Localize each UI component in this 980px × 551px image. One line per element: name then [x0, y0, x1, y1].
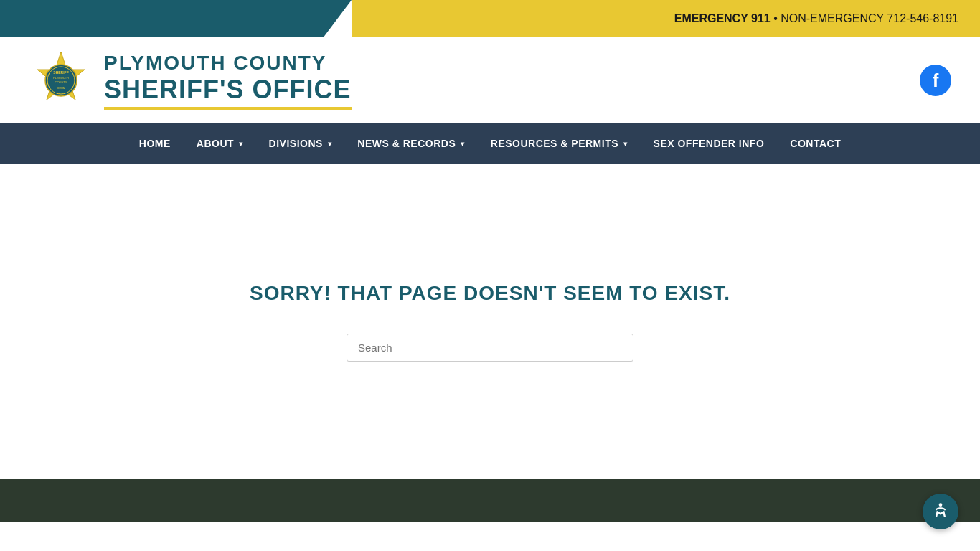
nav-label-resources: RESOURCES & PERMITS	[491, 138, 618, 149]
main-nav: HOME ABOUT ▾ DIVISIONS ▾ NEWS & RECORDS …	[0, 123, 980, 164]
nav-label-contact: CONTACT	[790, 138, 841, 149]
non-emergency: NON-EMERGENCY 712-546-8191	[781, 12, 958, 24]
chevron-down-icon-resources: ▾	[623, 140, 628, 148]
nav-link-about[interactable]: ABOUT ▾	[184, 123, 256, 164]
top-banner-left-bg	[0, 0, 352, 37]
accessibility-icon	[930, 501, 951, 522]
logo-area: SHERIFF PLYMOUTH COUNTY IOWA PLYMOUTH CO…	[29, 48, 352, 113]
svg-point-7	[939, 503, 943, 507]
emergency-info: EMERGENCY 911 • NON-EMERGENCY 712-546-81…	[674, 12, 958, 25]
nav-label-home: HOME	[139, 138, 171, 149]
nav-item-divisions: DIVISIONS ▾	[256, 123, 345, 164]
site-footer	[0, 479, 980, 522]
accessibility-button[interactable]	[923, 494, 958, 529]
facebook-f-label: f	[933, 70, 939, 92]
svg-text:PLYMOUTH: PLYMOUTH	[53, 76, 69, 80]
site-header: SHERIFF PLYMOUTH COUNTY IOWA PLYMOUTH CO…	[0, 37, 980, 123]
nav-link-resources[interactable]: RESOURCES & PERMITS ▾	[478, 123, 641, 164]
nav-link-news[interactable]: NEWS & RECORDS ▾	[344, 123, 477, 164]
nav-label-about: ABOUT	[197, 138, 234, 149]
nav-item-about: ABOUT ▾	[184, 123, 256, 164]
error-title: SORRY! THAT PAGE DOESN'T SEEM TO EXIST.	[250, 282, 730, 305]
nav-item-sex-offender: SEX OFFENDER INFO	[641, 123, 778, 164]
emergency-911: EMERGENCY 911	[674, 12, 771, 24]
chevron-down-icon-divisions: ▾	[328, 140, 332, 148]
nav-item-news: NEWS & RECORDS ▾	[344, 123, 477, 164]
nav-link-sex-offender[interactable]: SEX OFFENDER INFO	[641, 123, 778, 164]
logo-underline	[104, 107, 352, 110]
top-banner-right-bg: EMERGENCY 911 • NON-EMERGENCY 712-546-81…	[352, 0, 980, 37]
separator: •	[771, 12, 781, 24]
facebook-link[interactable]: f	[920, 65, 951, 96]
nav-item-resources: RESOURCES & PERMITS ▾	[478, 123, 641, 164]
search-input[interactable]	[347, 334, 633, 362]
nav-link-home[interactable]: HOME	[126, 123, 184, 164]
chevron-down-icon-news: ▾	[461, 140, 465, 148]
nav-label-sex-offender: SEX OFFENDER INFO	[654, 138, 765, 149]
nav-link-contact[interactable]: CONTACT	[777, 123, 854, 164]
nav-list: HOME ABOUT ▾ DIVISIONS ▾ NEWS & RECORDS …	[126, 123, 854, 164]
main-content: SORRY! THAT PAGE DOESN'T SEEM TO EXIST.	[0, 164, 980, 479]
logo-top-line: PLYMOUTH COUNTY	[104, 51, 352, 75]
nav-label-divisions: DIVISIONS	[269, 138, 323, 149]
nav-link-divisions[interactable]: DIVISIONS ▾	[256, 123, 345, 164]
nav-item-contact: CONTACT	[777, 123, 854, 164]
nav-label-news: NEWS & RECORDS	[357, 138, 456, 149]
chevron-down-icon-about: ▾	[239, 140, 243, 148]
logo-text: PLYMOUTH COUNTY SHERIFF'S OFFICE	[104, 51, 352, 109]
svg-text:IOWA: IOWA	[57, 86, 65, 90]
sheriff-badge-icon: SHERIFF PLYMOUTH COUNTY IOWA	[29, 48, 93, 113]
top-banner: EMERGENCY 911 • NON-EMERGENCY 712-546-81…	[0, 0, 980, 37]
logo-bottom-line: SHERIFF'S OFFICE	[104, 75, 352, 104]
svg-text:COUNTY: COUNTY	[55, 80, 67, 84]
search-box	[347, 334, 633, 362]
nav-item-home: HOME	[126, 123, 184, 164]
svg-text:SHERIFF: SHERIFF	[53, 70, 68, 75]
